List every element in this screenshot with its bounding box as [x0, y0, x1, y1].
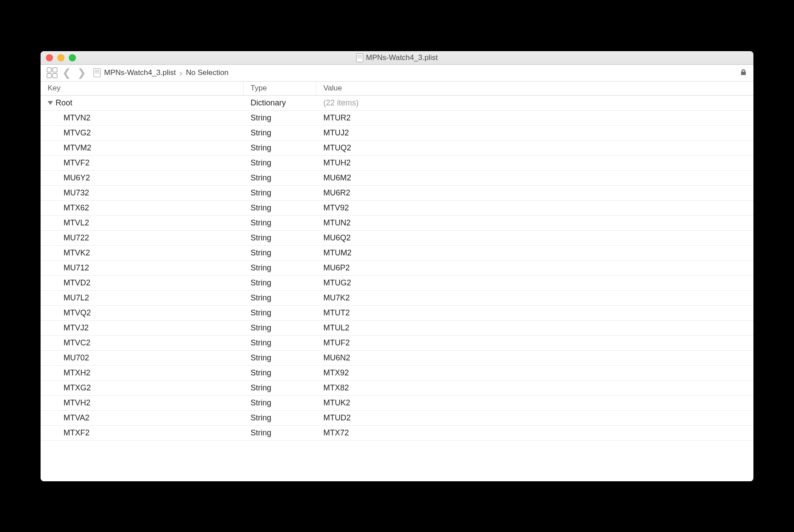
- type-cell[interactable]: String: [243, 201, 316, 215]
- table-row[interactable]: MTVQ2StringMTUT2: [41, 306, 753, 321]
- table-row[interactable]: MTVN2StringMTUR2: [41, 111, 753, 126]
- type-cell[interactable]: String: [243, 291, 316, 305]
- column-header-type[interactable]: Type: [243, 82, 316, 95]
- value-cell[interactable]: MTX82: [316, 381, 753, 395]
- breadcrumb[interactable]: MPNs-Watch4_3.plist › No Selection: [94, 68, 228, 78]
- value-cell[interactable]: MU6N2: [316, 351, 753, 365]
- table-row[interactable]: MU722StringMU6Q2: [41, 231, 753, 246]
- value-cell[interactable]: MTUN2: [316, 216, 753, 230]
- type-cell[interactable]: String: [243, 261, 316, 275]
- root-type-cell[interactable]: Dictionary: [243, 96, 316, 110]
- key-cell[interactable]: MU6Y2: [41, 171, 243, 185]
- lock-icon[interactable]: 🔒︎: [740, 68, 747, 77]
- type-cell[interactable]: String: [243, 141, 316, 155]
- key-cell[interactable]: MTVN2: [41, 111, 243, 125]
- type-cell[interactable]: String: [243, 336, 316, 350]
- value-cell[interactable]: MTUH2: [316, 156, 753, 170]
- type-cell[interactable]: String: [243, 111, 316, 125]
- type-cell[interactable]: String: [243, 216, 316, 230]
- table-row[interactable]: MTVL2StringMTUN2: [41, 216, 753, 231]
- key-cell[interactable]: MTVA2: [41, 411, 243, 425]
- table-row[interactable]: MTVG2StringMTUJ2: [41, 126, 753, 141]
- table-row[interactable]: MTVJ2StringMTUL2: [41, 321, 753, 336]
- value-cell[interactable]: MTUD2: [316, 411, 753, 425]
- key-cell[interactable]: MU702: [41, 351, 243, 365]
- table-row[interactable]: MTVM2StringMTUQ2: [41, 141, 753, 156]
- value-cell[interactable]: MTUR2: [316, 111, 753, 125]
- table-row[interactable]: MU712StringMU6P2: [41, 261, 753, 276]
- type-cell[interactable]: String: [243, 171, 316, 185]
- value-cell[interactable]: MTUK2: [316, 396, 753, 410]
- minimize-button[interactable]: [57, 54, 64, 61]
- key-cell[interactable]: MTVD2: [41, 276, 243, 290]
- titlebar[interactable]: MPNs-Watch4_3.plist: [41, 51, 753, 65]
- key-cell[interactable]: MTVG2: [41, 126, 243, 140]
- key-cell[interactable]: MTXH2: [41, 366, 243, 380]
- table-row[interactable]: MTX62StringMTV92: [41, 201, 753, 216]
- type-cell[interactable]: String: [243, 366, 316, 380]
- table-row-root[interactable]: Root Dictionary (22 items): [41, 96, 753, 111]
- column-header-key[interactable]: Key: [41, 82, 243, 95]
- table-row[interactable]: MTXG2StringMTX82: [41, 381, 753, 396]
- value-cell[interactable]: MU6Q2: [316, 231, 753, 245]
- type-cell[interactable]: String: [243, 276, 316, 290]
- key-cell[interactable]: MTX62: [41, 201, 243, 215]
- value-cell[interactable]: MTUL2: [316, 321, 753, 335]
- close-button[interactable]: [46, 54, 53, 61]
- key-cell[interactable]: MU722: [41, 231, 243, 245]
- value-cell[interactable]: MTUM2: [316, 246, 753, 260]
- value-cell[interactable]: MTV92: [316, 201, 753, 215]
- type-cell[interactable]: String: [243, 396, 316, 410]
- value-cell[interactable]: MTUT2: [316, 306, 753, 320]
- plist-table[interactable]: Key Type Value Root Dictionary (22 items…: [41, 82, 753, 481]
- key-cell[interactable]: MTXG2: [41, 381, 243, 395]
- key-cell[interactable]: MU732: [41, 186, 243, 200]
- table-row[interactable]: MTVF2StringMTUH2: [41, 156, 753, 171]
- related-items-icon[interactable]: [47, 67, 57, 78]
- column-header-value[interactable]: Value: [316, 82, 753, 95]
- type-cell[interactable]: String: [243, 381, 316, 395]
- key-cell[interactable]: MTVF2: [41, 156, 243, 170]
- type-cell[interactable]: String: [243, 186, 316, 200]
- table-row[interactable]: MU702StringMU6N2: [41, 351, 753, 366]
- disclosure-triangle-icon[interactable]: [48, 101, 53, 105]
- value-cell[interactable]: MTX72: [316, 426, 753, 440]
- table-row[interactable]: MU6Y2StringMU6M2: [41, 171, 753, 186]
- value-cell[interactable]: MTUJ2: [316, 126, 753, 140]
- type-cell[interactable]: String: [243, 246, 316, 260]
- key-cell[interactable]: MU7L2: [41, 291, 243, 305]
- type-cell[interactable]: String: [243, 351, 316, 365]
- value-cell[interactable]: MTUG2: [316, 276, 753, 290]
- breadcrumb-selection[interactable]: No Selection: [186, 68, 228, 77]
- key-cell[interactable]: MTVH2: [41, 396, 243, 410]
- type-cell[interactable]: String: [243, 231, 316, 245]
- value-cell[interactable]: MTUQ2: [316, 141, 753, 155]
- value-cell[interactable]: MTUF2: [316, 336, 753, 350]
- table-row[interactable]: MU7L2StringMU7K2: [41, 291, 753, 306]
- type-cell[interactable]: String: [243, 411, 316, 425]
- nav-back-button[interactable]: ❮: [61, 67, 72, 78]
- type-cell[interactable]: String: [243, 426, 316, 440]
- type-cell[interactable]: String: [243, 156, 316, 170]
- value-cell[interactable]: MU6M2: [316, 171, 753, 185]
- table-row[interactable]: MTVD2StringMTUG2: [41, 276, 753, 291]
- key-cell[interactable]: MTVM2: [41, 141, 243, 155]
- type-cell[interactable]: String: [243, 306, 316, 320]
- breadcrumb-file[interactable]: MPNs-Watch4_3.plist: [104, 68, 176, 77]
- value-cell[interactable]: MU6R2: [316, 186, 753, 200]
- value-cell[interactable]: MTX92: [316, 366, 753, 380]
- table-row[interactable]: MTVH2StringMTUK2: [41, 396, 753, 411]
- zoom-button[interactable]: [69, 54, 76, 61]
- value-cell[interactable]: MU6P2: [316, 261, 753, 275]
- nav-forward-button[interactable]: ❯: [76, 67, 87, 78]
- table-row[interactable]: MTVC2StringMTUF2: [41, 336, 753, 351]
- type-cell[interactable]: String: [243, 321, 316, 335]
- key-cell[interactable]: MTVC2: [41, 336, 243, 350]
- table-row[interactable]: MTXF2StringMTX72: [41, 426, 753, 441]
- key-cell[interactable]: MU712: [41, 261, 243, 275]
- key-cell[interactable]: MTVL2: [41, 216, 243, 230]
- table-row[interactable]: MTVA2StringMTUD2: [41, 411, 753, 426]
- table-row[interactable]: MU732StringMU6R2: [41, 186, 753, 201]
- table-row[interactable]: MTVK2StringMTUM2: [41, 246, 753, 261]
- key-cell[interactable]: MTXF2: [41, 426, 243, 440]
